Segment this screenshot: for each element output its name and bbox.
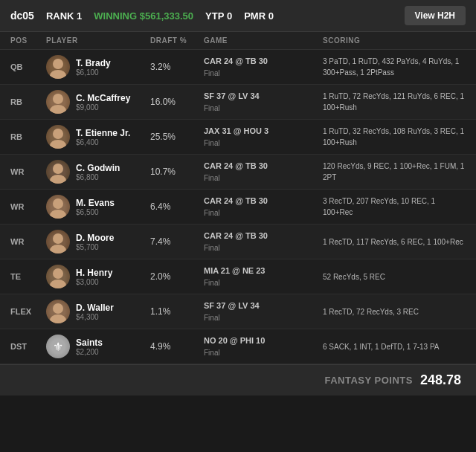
scoring-cell: 1 RecTD, 72 RecYds, 3 REC [323,306,472,317]
game-cell: SF 37 @ LV 34 Final [204,90,323,114]
game-status: Final [204,242,323,254]
rank-label: RANK 1 [46,10,82,22]
game-score: CAR 24 @ TB 30 [204,195,323,207]
player-info: H. Henry $3,000 [76,268,112,286]
avatar [46,230,70,254]
player-salary: $5,700 [76,243,114,251]
game-cell: JAX 31 @ HOU 3 Final [204,125,323,149]
scoring-cell: 3 PaTD, 1 RuTD, 432 PaYds, 4 RuYds, 1 30… [323,56,472,78]
col-fpts: FPTS [472,36,476,45]
player-cell: T. Etienne Jr. $6,400 [46,125,150,149]
svg-point-11 [50,245,66,254]
draft-pct-cell: 7.4% [150,236,204,247]
fpts-cell: 🔥 18.00 [472,340,476,352]
player-salary: $9,000 [76,103,130,112]
avatar [46,195,70,219]
scoring-cell: 6 SACK, 1 INT, 1 DefTD, 1 7-13 PA [323,341,472,352]
svg-point-12 [53,268,63,279]
draft-pct-cell: 1.1% [150,306,204,317]
scoring-cell: 52 RecYds, 5 REC [323,271,472,282]
svg-point-7 [50,175,66,184]
fpts-cell: 🔥 51.70 [472,201,476,213]
game-cell: SF 37 @ LV 34 Final [204,300,323,323]
player-cell: D. Waller $4,300 [46,300,150,323]
fpts-cell: 10.20 [472,271,476,282]
player-info: D. Waller $4,300 [76,303,114,321]
game-score: CAR 24 @ TB 30 [204,55,323,68]
username: dc05 [10,10,34,22]
fpts-cell: 🔥 40.68 [472,61,476,73]
avatar: ⚜ [46,335,70,358]
game-score: MIA 21 @ NE 23 [204,265,323,277]
player-info: T. Etienne Jr. $6,400 [76,128,130,146]
game-status: Final [204,312,323,323]
position-cell: WR [10,237,46,246]
game-cell: CAR 24 @ TB 30 Final [204,160,323,184]
draft-pct-cell: 10.7% [150,167,204,177]
player-name: T. Brady [76,58,111,68]
svg-point-0 [53,59,63,69]
svg-point-2 [53,94,63,104]
avatar [46,300,70,323]
col-pos: POS [10,36,46,45]
player-name: C. McCaffrey [76,93,130,103]
game-score: SF 37 @ LV 34 [204,90,323,103]
player-salary: $4,300 [76,313,114,321]
position-cell: FLEX [10,307,46,316]
game-cell: CAR 24 @ TB 30 Final [204,195,323,219]
player-cell: C. Godwin $6,800 [46,160,150,184]
ytp-label: YTP 0 [205,10,232,22]
avatar [46,125,70,149]
svg-point-4 [53,129,63,139]
table-row: RB T. Etienne Jr. $6,400 25.5% JAX 31 @ … [0,120,476,155]
game-score: JAX 31 @ HOU 3 [204,125,323,138]
avatar [46,55,70,79]
player-name: Saints [76,338,103,348]
player-salary: $6,500 [76,208,115,216]
player-name: D. Waller [76,303,114,313]
player-cell: M. Evans $6,500 [46,195,150,219]
game-status: Final [204,103,323,114]
col-scoring: SCORING [323,36,472,45]
svg-point-14 [53,303,63,314]
position-cell: RB [10,97,46,106]
table-row: TE H. Henry $3,000 2.0% MIA 21 @ NE 23 F… [0,259,476,294]
svg-point-9 [50,210,66,219]
game-status: Final [204,68,323,79]
player-info: C. McCaffrey $9,000 [76,93,130,112]
player-name: C. Godwin [76,163,120,173]
game-score: SF 37 @ LV 34 [204,300,323,312]
fantasy-points-total: 248.78 [420,372,461,388]
table-row: RB C. McCaffrey $9,000 16.0% SF 37 @ LV … [0,85,476,120]
scoring-cell: 3 RecTD, 207 RecYds, 10 REC, 1 100+Rec [323,196,472,218]
fpts-cell: 25.00 [472,166,476,178]
player-info: Saints $2,200 [76,338,103,356]
view-h2h-button[interactable]: View H2H [405,6,466,25]
scoring-cell: 1 RuTD, 32 RecYds, 108 RuYds, 3 REC, 1 1… [323,126,472,148]
draft-pct-cell: 2.0% [150,271,204,282]
svg-point-6 [53,164,63,174]
draft-pct-cell: 25.5% [150,132,204,142]
svg-point-13 [50,280,66,288]
table-row: DST ⚜ Saints $2,200 4.9% NO 20 @ PHI 10 … [0,329,476,364]
player-info: C. Godwin $6,800 [76,163,120,181]
player-cell: ⚜ Saints $2,200 [46,335,150,358]
avatar [46,90,70,114]
draft-pct-cell: 4.9% [150,341,204,352]
game-score: NO 20 @ PHI 10 [204,335,323,347]
player-cell: T. Brady $6,100 [46,55,150,79]
player-name: T. Etienne Jr. [76,128,130,138]
scoring-cell: 120 RecYds, 9 REC, 1 100+Rec, 1 FUM, 1 2… [323,161,472,183]
game-status: Final [204,347,323,358]
scoring-cell: 1 RecTD, 117 RecYds, 6 REC, 1 100+Rec [323,236,472,248]
game-status: Final [204,207,323,219]
position-cell: DST [10,342,46,351]
player-cell: C. McCaffrey $9,000 [46,90,150,114]
player-cell: H. Henry $3,000 [46,265,150,288]
table-row: QB T. Brady $6,100 3.2% CAR 24 @ TB 30 F… [0,50,476,85]
player-name: M. Evans [76,198,115,208]
col-player: PLAYER [46,36,150,45]
game-cell: MIA 21 @ NE 23 Final [204,265,323,288]
winning-label: WINNING $561,333.50 [94,10,193,22]
position-cell: TE [10,272,46,281]
